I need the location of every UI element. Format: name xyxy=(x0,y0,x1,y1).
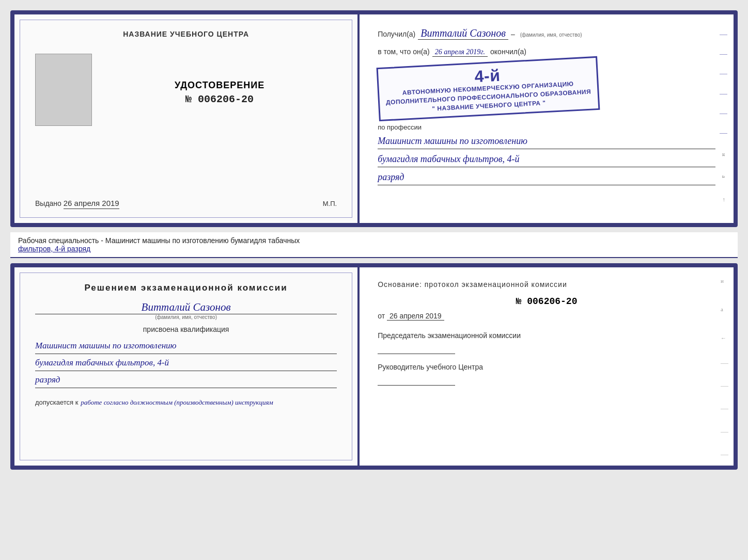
deco-line-5 xyxy=(721,455,728,455)
komissia-name: Витталий Сазонов xyxy=(35,301,337,314)
dopuskaetsya-section: допускается к работе согласно должностны… xyxy=(35,398,337,407)
mp-section: Выдано 26 апреля 2019 М.П. xyxy=(35,199,337,207)
deco-dash-5 xyxy=(720,114,727,114)
okonchil-label: окончил(а) xyxy=(490,47,526,56)
komissia-title: Решением экзаменационной комиссии xyxy=(35,283,337,293)
right-edge-И: и xyxy=(720,153,727,156)
prisvoena-label: присвоена квалификация xyxy=(35,325,337,333)
left-top-section: НАЗВАНИЕ УЧЕБНОГО ЦЕНТРА УДОСТОВЕРЕНИЕ №… xyxy=(35,30,337,131)
bottom-certificate-spread: Решением экзаменационной комиссии Виттал… xyxy=(10,263,738,470)
deco-И: и xyxy=(721,278,728,284)
page-wrapper: НАЗВАНИЕ УЧЕБНОГО ЦЕНТРА УДОСТОВЕРЕНИЕ №… xyxy=(10,10,738,470)
middle-specialty-text: Рабочая специальность - Машинист машины … xyxy=(10,232,738,258)
bottom-right-panel: Основание: протокол экзаменационной коми… xyxy=(360,267,734,466)
ot-date-value: 26 апреля 2019 xyxy=(387,312,444,321)
deco-dash-1 xyxy=(720,35,727,35)
poluchil-dash: – xyxy=(511,30,515,38)
profession-line2: бумагидля табачных фильтров, 4-й xyxy=(378,152,715,167)
rukovoditel-signature-line xyxy=(378,375,455,386)
osnovanie-title: Основание: протокол экзаменационной коми… xyxy=(378,280,715,289)
middle-text-underline: фильтров, 4-й разряд xyxy=(18,245,90,253)
vydano-label: Выдано xyxy=(35,199,61,207)
deco-dash-3 xyxy=(720,74,727,74)
rukovoditel-label: Руководитель учебного Центра xyxy=(378,362,715,373)
middle-text-prefix: Рабочая специальность - Машинист машины … xyxy=(18,236,300,245)
center-title: НАЗВАНИЕ УЧЕБНОГО ЦЕНТРА xyxy=(35,30,337,38)
vtom-prefix: в том, что он(а) xyxy=(378,47,430,56)
deco-line-1 xyxy=(721,363,728,364)
udost-text-block: УДОСТОВЕРЕНИЕ № 006206-20 xyxy=(102,80,337,105)
dopuskaetsya-text: работе согласно должностным (производств… xyxy=(81,398,273,407)
right-edge-а: а xyxy=(720,175,727,178)
dopuskaetsya-label: допускается к xyxy=(35,398,78,406)
rukovoditel-section: Руководитель учебного Центра xyxy=(378,362,715,386)
bottom-prof-line1: Машинист машины по изготовлению xyxy=(35,339,337,354)
po-professii-label: по профессии xyxy=(378,123,715,131)
komissia-hint: (фамилия, имя, отчество) xyxy=(35,314,337,320)
predsedatel-signature-line xyxy=(378,344,455,354)
deco-line-2 xyxy=(721,386,728,387)
bottom-prof-line3: разряд xyxy=(35,373,337,388)
ot-prefix: от xyxy=(378,312,385,320)
photo-placeholder xyxy=(35,54,92,126)
right-decorative-lines: и а ← xyxy=(720,25,727,213)
ot-date-line: от 26 апреля 2019 xyxy=(378,312,715,320)
profession-line3: разряд xyxy=(378,170,715,185)
udost-title: УДОСТОВЕРЕНИЕ xyxy=(102,80,337,91)
deco-dash-4 xyxy=(720,94,727,94)
deco-line-4 xyxy=(721,432,728,433)
bottom-prof-line2: бумагидля табачных фильтров, 4-й xyxy=(35,356,337,371)
stamp-container: 4-й АВТОНОМНУЮ НЕКОММЕРЧЕСКУЮ ОРГАНИЗАЦИ… xyxy=(378,62,715,116)
bottom-right-deco: и а ← xyxy=(721,278,728,455)
deco-arrow: ← xyxy=(721,335,728,341)
name-hint: (фамилия, имя, отчество) xyxy=(520,32,582,38)
predsedatel-label: Председатель экзаменационной комиссии xyxy=(378,330,715,341)
profession-line1: Машинист машины по изготовлению xyxy=(378,134,715,149)
deco-dash-6 xyxy=(720,133,727,134)
recipient-name: Витталий Сазонов xyxy=(418,27,508,40)
poluchil-prefix: Получил(а) xyxy=(378,30,415,38)
vtom-line: в том, что он(а) 26 апреля 2019г. окончи… xyxy=(378,47,715,57)
udost-number: № 006206-20 xyxy=(102,93,337,105)
cert-right-panel: Получил(а) Витталий Сазонов – (фамилия, … xyxy=(360,14,734,223)
mp-label: М.П. xyxy=(323,200,337,207)
deco-line-3 xyxy=(721,409,728,409)
vydano-line: Выдано 26 апреля 2019 xyxy=(35,199,119,207)
vydano-date: 26 апреля 2019 xyxy=(64,199,119,209)
stamp-box: 4-й АВТОНОМНУЮ НЕКОММЕРЧЕСКУЮ ОРГАНИЗАЦИ… xyxy=(377,56,600,122)
graduation-date: 26 апреля 2019г. xyxy=(432,48,488,57)
deco-dash-2 xyxy=(720,54,727,55)
top-certificate-spread: НАЗВАНИЕ УЧЕБНОГО ЦЕНТРА УДОСТОВЕРЕНИЕ №… xyxy=(10,10,738,227)
proto-number: № 006206-20 xyxy=(378,296,715,307)
predsedatel-section: Председатель экзаменационной комиссии xyxy=(378,330,715,354)
udost-section: УДОСТОВЕРЕНИЕ № 006206-20 xyxy=(35,54,337,131)
right-edge-left: ← xyxy=(720,197,727,203)
poluchil-line: Получил(а) Витталий Сазонов – (фамилия, … xyxy=(378,27,715,40)
bottom-left-panel: Решением экзаменационной комиссии Виттал… xyxy=(14,267,360,466)
deco-а: а xyxy=(721,306,728,312)
cert-left-panel: НАЗВАНИЕ УЧЕБНОГО ЦЕНТРА УДОСТОВЕРЕНИЕ №… xyxy=(14,14,360,223)
